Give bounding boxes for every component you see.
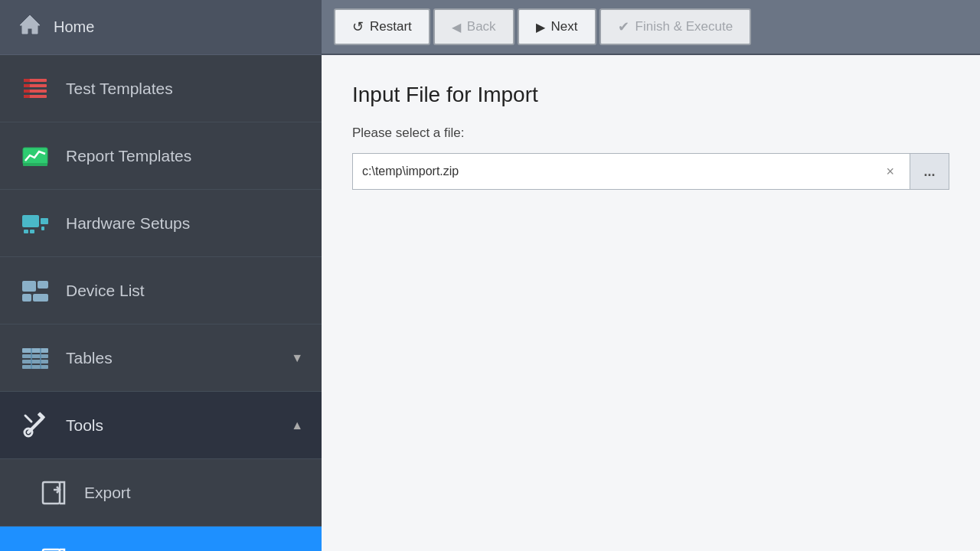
svg-rect-18 bbox=[22, 294, 31, 302]
export-label: Export bbox=[84, 484, 131, 502]
sidebar-nav: Test Templates Report Templates bbox=[0, 55, 322, 551]
sidebar-item-tools[interactable]: Tools ▲ bbox=[0, 392, 322, 459]
sidebar-item-home[interactable]: Home bbox=[0, 0, 322, 55]
tables-arrow-icon: ▼ bbox=[291, 351, 303, 365]
svg-rect-14 bbox=[30, 230, 34, 233]
device-icon bbox=[18, 274, 52, 308]
svg-rect-21 bbox=[22, 354, 48, 358]
svg-rect-22 bbox=[22, 360, 48, 364]
content-area: Input File for Import Please select a fi… bbox=[322, 55, 980, 551]
svg-rect-6 bbox=[24, 90, 30, 93]
sidebar-item-device-list[interactable]: Device List bbox=[0, 257, 322, 324]
home-icon bbox=[18, 13, 41, 41]
restart-label: Restart bbox=[370, 19, 412, 34]
home-label: Home bbox=[54, 18, 94, 36]
back-icon: ◀ bbox=[452, 20, 461, 34]
svg-rect-17 bbox=[38, 281, 48, 289]
svg-rect-23 bbox=[22, 365, 48, 369]
clear-file-button[interactable]: × bbox=[880, 164, 900, 180]
file-path-display: c:\temp\import.zip × bbox=[352, 153, 910, 190]
svg-rect-10 bbox=[23, 163, 47, 166]
browse-label: ... bbox=[923, 164, 935, 180]
sidebar: Home Test Templates bbox=[0, 0, 322, 551]
device-list-label: Device List bbox=[66, 282, 145, 300]
tables-label: Tables bbox=[66, 349, 113, 367]
svg-rect-5 bbox=[24, 84, 30, 87]
file-input-row: c:\temp\import.zip × ... bbox=[352, 153, 949, 190]
back-label: Back bbox=[467, 19, 496, 34]
hardware-icon bbox=[18, 207, 52, 240]
svg-rect-19 bbox=[33, 294, 48, 302]
sidebar-item-test-templates[interactable]: Test Templates bbox=[0, 55, 322, 122]
sidebar-item-hardware-setups[interactable]: Hardware Setups bbox=[0, 190, 322, 257]
next-button[interactable]: ▶ Next bbox=[518, 8, 596, 45]
tools-label: Tools bbox=[66, 416, 103, 435]
import-icon bbox=[37, 543, 70, 552]
svg-rect-12 bbox=[41, 218, 48, 224]
svg-rect-20 bbox=[22, 348, 48, 353]
chart-icon bbox=[18, 139, 52, 173]
sidebar-item-export[interactable]: Export bbox=[0, 459, 322, 527]
tools-icon bbox=[18, 409, 52, 442]
browse-button[interactable]: ... bbox=[910, 153, 949, 190]
next-label: Next bbox=[551, 19, 578, 34]
file-select-subtitle: Please select a file: bbox=[352, 126, 949, 141]
finish-execute-label: Finish & Execute bbox=[635, 19, 733, 34]
svg-rect-16 bbox=[22, 281, 36, 292]
svg-rect-7 bbox=[24, 95, 30, 98]
table-icon bbox=[18, 341, 52, 375]
next-icon: ▶ bbox=[536, 20, 545, 34]
checkmark-icon: ✔ bbox=[618, 18, 629, 35]
svg-line-29 bbox=[25, 416, 31, 422]
finish-execute-button[interactable]: ✔ Finish & Execute bbox=[599, 8, 752, 45]
svg-rect-13 bbox=[24, 230, 28, 233]
svg-rect-11 bbox=[22, 215, 39, 227]
test-templates-label: Test Templates bbox=[66, 80, 173, 98]
list-icon bbox=[18, 72, 52, 106]
tools-arrow-icon: ▲ bbox=[291, 419, 303, 432]
svg-rect-4 bbox=[24, 79, 30, 82]
main-area: ↺ Restart ◀ Back ▶ Next ✔ Finish & Execu… bbox=[322, 0, 980, 551]
file-path-text: c:\temp\import.zip bbox=[362, 165, 459, 178]
page-title: Input File for Import bbox=[352, 83, 949, 107]
report-templates-label: Report Templates bbox=[66, 147, 191, 165]
svg-rect-15 bbox=[41, 227, 44, 230]
sidebar-item-tables[interactable]: Tables ▼ bbox=[0, 324, 322, 392]
sidebar-item-report-templates[interactable]: Report Templates bbox=[0, 122, 322, 190]
export-icon bbox=[37, 476, 70, 510]
back-button[interactable]: ◀ Back bbox=[433, 8, 514, 45]
hardware-setups-label: Hardware Setups bbox=[66, 214, 190, 233]
restart-button[interactable]: ↺ Restart bbox=[334, 8, 430, 45]
sidebar-item-import[interactable]: Import bbox=[0, 527, 322, 551]
restart-icon: ↺ bbox=[352, 18, 364, 35]
toolbar: ↺ Restart ◀ Back ▶ Next ✔ Finish & Execu… bbox=[322, 0, 980, 55]
